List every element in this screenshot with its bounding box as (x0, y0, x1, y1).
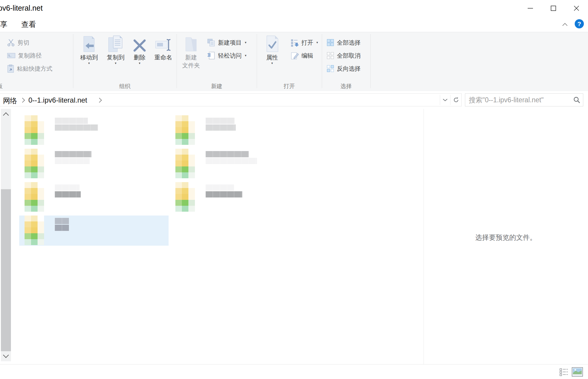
explorer-window: pv6-literal.net 享 查看 ? (0, 0, 588, 379)
scrollbar-thumb[interactable] (1, 189, 11, 351)
file-name-redacted (206, 118, 236, 131)
file-name-redacted (206, 151, 257, 165)
select-none-icon (327, 52, 334, 59)
ribbon-tab-row: 享 查看 ? (0, 17, 588, 32)
scroll-up-button[interactable] (1, 110, 11, 119)
group-label-clipboard-partial: 板 (0, 82, 5, 90)
search-box (465, 93, 583, 106)
preview-message: 选择要预览的文件。 (424, 233, 588, 242)
chevron-down-icon (3, 352, 9, 358)
file-tile[interactable] (170, 149, 319, 179)
address-dropdown-button[interactable] (440, 94, 450, 106)
file-tile-selected[interactable] (19, 216, 169, 246)
properties-icon (265, 34, 279, 52)
new-folder-icon (184, 34, 198, 52)
status-bar (0, 364, 588, 379)
maximize-icon (550, 5, 557, 12)
rename-button[interactable]: 重命名 (150, 34, 176, 61)
folder-icon-mosaic (25, 216, 44, 246)
open-icon (290, 38, 299, 47)
scroll-down-button[interactable] (1, 351, 11, 360)
new-folder-button[interactable]: 新建 文件夹 (179, 34, 203, 69)
breadcrumb-chevron-icon[interactable] (20, 98, 25, 103)
maximize-button[interactable] (542, 0, 565, 17)
group-divider (370, 34, 371, 88)
paste-shortcut-button[interactable]: 粘贴快捷方式 (7, 63, 52, 74)
copy-to-icon (107, 34, 124, 52)
properties-button[interactable]: 属性 ▼ (260, 34, 284, 65)
chevron-up-icon (562, 23, 568, 26)
address-bar[interactable]: 网络 0--1.ipv6-literal.net (0, 93, 462, 106)
easy-access-button[interactable]: 轻松访问 ▼ (207, 50, 247, 61)
invert-selection-button[interactable]: 反向选择 (327, 63, 361, 74)
edit-button[interactable]: 编辑 (290, 50, 313, 61)
group-divider (177, 34, 177, 88)
dropdown-arrow: ▼ (244, 41, 247, 44)
delete-button[interactable]: 删除 ▼ (129, 34, 150, 65)
copy-path-button[interactable]: \\.. 复制路径 (7, 50, 42, 61)
dropdown-arrow: ▼ (138, 62, 141, 65)
open-button[interactable]: 打开 ▼ (290, 37, 319, 48)
copy-path-icon: \\.. (7, 52, 15, 59)
move-to-icon (81, 34, 97, 52)
window-controls (519, 0, 588, 17)
delete-x-icon (133, 34, 146, 52)
collapse-ribbon-button[interactable] (559, 20, 571, 29)
minimize-icon (527, 5, 534, 12)
close-icon (573, 5, 580, 12)
file-tile[interactable] (170, 115, 319, 145)
file-tile[interactable] (170, 182, 319, 212)
edit-icon (290, 51, 299, 60)
group-divider (73, 34, 73, 88)
paste-shortcut-icon (7, 64, 14, 73)
chevron-down-icon (443, 98, 448, 101)
search-icon[interactable] (573, 96, 581, 104)
new-item-button[interactable]: 新建项目 ▼ (207, 37, 247, 48)
file-tile[interactable] (19, 115, 169, 145)
select-none-button[interactable]: 全部取消 (327, 50, 361, 61)
refresh-button[interactable] (451, 94, 461, 106)
preview-pane: 选择要预览的文件。 (424, 109, 588, 364)
group-label-new: 新建 (177, 82, 257, 90)
thumbnail-view-icon (572, 367, 583, 377)
folder-icon-mosaic (25, 115, 44, 145)
content-area: 选择要预览的文件。 (0, 109, 588, 364)
tab-share-partial[interactable]: 享 (0, 20, 8, 29)
tab-view[interactable]: 查看 (21, 20, 36, 29)
group-label-select: 选择 (322, 82, 370, 90)
group-divider (322, 34, 322, 88)
breadcrumb-chevron-icon[interactable] (97, 98, 102, 103)
navigation-scrollbar[interactable] (1, 109, 11, 361)
group-label-open: 打开 (257, 82, 322, 90)
search-input[interactable] (465, 94, 573, 106)
close-button[interactable] (565, 0, 588, 17)
copy-to-button[interactable]: 复制到 ▼ (102, 34, 129, 65)
file-tile[interactable] (19, 182, 169, 212)
dropdown-arrow: ▼ (114, 62, 117, 65)
file-grid (12, 109, 424, 364)
minimize-button[interactable] (519, 0, 542, 17)
new-item-icon (207, 38, 215, 47)
cut-button[interactable]: 剪切 (7, 37, 29, 48)
rename-icon (155, 34, 172, 52)
folder-icon-mosaic (175, 182, 195, 212)
thumbnail-view-button[interactable] (571, 367, 583, 377)
help-button[interactable]: ? (575, 19, 584, 28)
folder-icon-mosaic (175, 115, 195, 145)
file-name-redacted (55, 184, 81, 198)
invert-selection-icon (327, 65, 334, 72)
chevron-up-icon (3, 112, 9, 118)
move-to-button[interactable]: 移动到 ▼ (76, 34, 102, 65)
file-name-redacted (206, 184, 242, 198)
file-name-redacted (55, 118, 98, 131)
address-row: 网络 0--1.ipv6-literal.net (0, 91, 588, 109)
breadcrumb-network[interactable]: 网络 (3, 96, 17, 106)
dropdown-arrow: ▼ (88, 62, 91, 65)
window-title: pv6-literal.net (0, 4, 43, 12)
details-view-button[interactable] (558, 367, 570, 377)
dropdown-arrow: ▼ (244, 54, 247, 57)
select-all-button[interactable]: 全部选择 (327, 37, 361, 48)
breadcrumb-host[interactable]: 0--1.ipv6-literal.net (28, 96, 87, 104)
file-tile[interactable] (19, 149, 169, 179)
group-divider (257, 34, 257, 88)
